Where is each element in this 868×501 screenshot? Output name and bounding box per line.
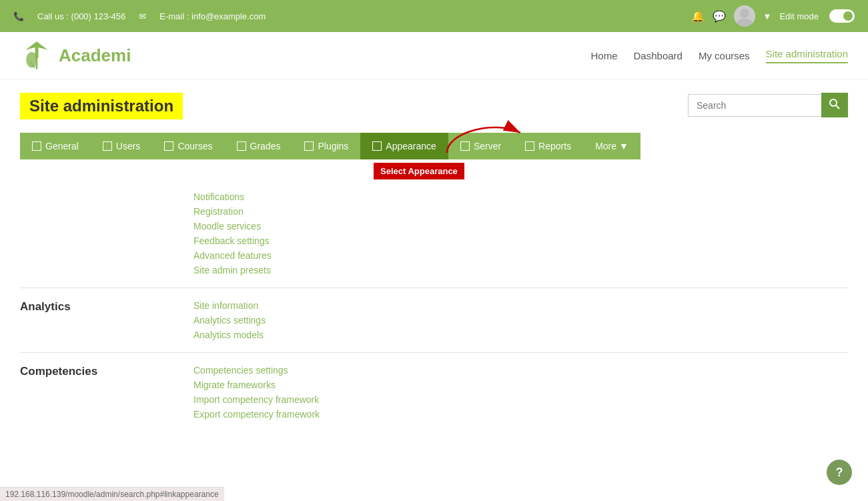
tab-users[interactable]: Users [91, 133, 153, 159]
search-button[interactable] [821, 93, 848, 117]
section-analytics: Analytics Site information Analytics set… [20, 288, 848, 352]
search-bar [688, 93, 848, 117]
tab-bar: General Users Courses Grades Plugins App… [20, 133, 848, 159]
top-bar-right: 🔔 💬 ▼ Edit mode [691, 5, 855, 27]
page-content: Site administration General Users Course… [0, 79, 868, 445]
top-bar: 📞 Call us : (000) 123-456 ✉ E-mail : inf… [0, 0, 868, 32]
link-export-competency[interactable]: Export competency framework [193, 409, 320, 420]
main-header: Academi Home Dashboard My courses Site a… [0, 32, 868, 79]
edit-mode-label: Edit mode [779, 11, 819, 21]
section-general: Notifications Registration Moodle servic… [20, 179, 848, 288]
edit-mode-toggle[interactable] [829, 9, 855, 23]
link-moodle-services[interactable]: Moodle services [193, 221, 272, 231]
link-analytics-settings[interactable]: Analytics settings [193, 315, 266, 326]
nav-site-admin[interactable]: Site administration [766, 48, 848, 63]
server-tab-icon [460, 141, 470, 151]
top-bar-left: 📞 Call us : (000) 123-456 ✉ E-mail : inf… [13, 11, 266, 21]
nav-home[interactable]: Home [591, 50, 618, 61]
courses-tab-icon [164, 141, 173, 151]
nav-my-courses[interactable]: My courses [699, 50, 750, 61]
plugins-tab-icon [304, 141, 314, 151]
tab-plugins[interactable]: Plugins [292, 133, 360, 159]
tab-courses[interactable]: Courses [152, 133, 224, 159]
tab-general[interactable]: General [20, 133, 91, 159]
reports-tab-icon [525, 141, 534, 151]
section-general-links: Notifications Registration Moodle servic… [193, 191, 272, 276]
phone-icon: 📞 [13, 11, 24, 21]
section-analytics-title: Analytics [20, 300, 193, 314]
logo[interactable]: Academi [20, 39, 131, 72]
svg-point-4 [26, 52, 37, 67]
page-title: Site administration [20, 93, 183, 119]
link-site-admin-presets[interactable]: Site admin presets [193, 265, 272, 276]
link-advanced-features[interactable]: Advanced features [193, 250, 272, 261]
svg-point-1 [737, 19, 753, 27]
link-analytics-models[interactable]: Analytics models [193, 330, 266, 340]
avatar[interactable] [734, 5, 755, 27]
search-icon [829, 99, 840, 109]
grades-tab-icon [237, 141, 246, 151]
users-tab-icon [103, 141, 112, 151]
tab-server[interactable]: Server [448, 133, 513, 159]
link-import-competency[interactable]: Import competency framework [193, 394, 320, 405]
phone-text: Call us : (000) 123-456 [37, 11, 125, 21]
link-feedback-settings[interactable]: Feedback settings [193, 235, 272, 246]
link-competencies-settings[interactable]: Competencies settings [193, 365, 320, 376]
tab-section: General Users Courses Grades Plugins App… [20, 133, 848, 159]
tab-more[interactable]: More ▼ [583, 133, 640, 159]
link-site-information[interactable]: Site information [193, 300, 266, 311]
section-competencies-links: Competencies settings Migrate frameworks… [193, 365, 320, 420]
tab-reports[interactable]: Reports [513, 133, 583, 159]
svg-line-8 [836, 105, 839, 109]
section-analytics-links: Site information Analytics settings Anal… [193, 300, 266, 340]
svg-point-7 [830, 99, 837, 106]
tab-grades[interactable]: Grades [225, 133, 293, 159]
search-input[interactable] [688, 94, 821, 117]
logo-icon [20, 39, 53, 72]
section-competencies-title: Competencies [20, 365, 193, 378]
general-tab-icon [32, 141, 41, 151]
link-registration[interactable]: Registration [193, 206, 272, 217]
appearance-tab-icon [372, 141, 382, 151]
tab-appearance[interactable]: Appearance [360, 133, 448, 159]
main-nav: Home Dashboard My courses Site administr… [591, 48, 849, 63]
link-migrate-frameworks[interactable]: Migrate frameworks [193, 380, 320, 390]
logo-text: Academi [59, 45, 131, 66]
svg-point-0 [740, 9, 749, 18]
email-icon: ✉ [139, 11, 146, 21]
section-competencies: Competencies Competencies settings Migra… [20, 352, 848, 432]
chat-icon[interactable]: 💬 [713, 10, 726, 23]
link-notifications[interactable]: Notifications [193, 191, 272, 202]
chevron-more-icon: ▼ [619, 141, 628, 151]
email-text: E-mail : info@example.com [159, 11, 266, 21]
nav-dashboard[interactable]: Dashboard [634, 50, 683, 61]
bell-icon[interactable]: 🔔 [691, 10, 705, 23]
select-appearance-badge: Select Appearance [374, 163, 464, 179]
chevron-down-icon: ▼ [763, 11, 772, 21]
